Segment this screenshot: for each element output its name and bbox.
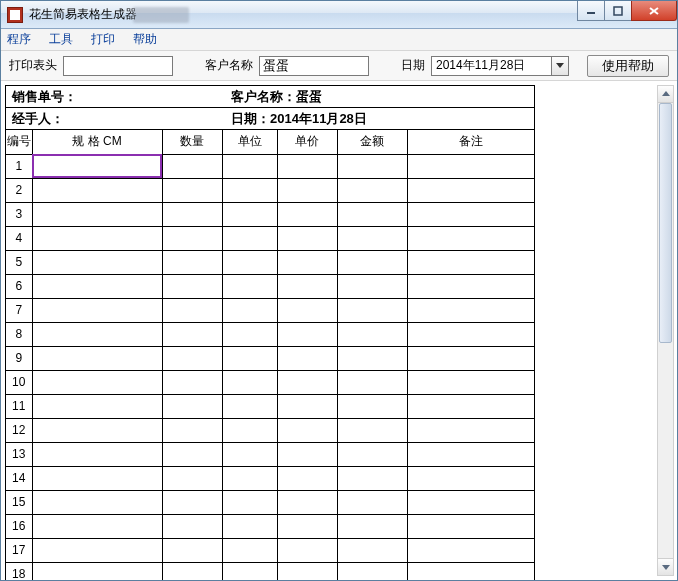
grid-cell[interactable]: [32, 274, 162, 298]
grid-cell[interactable]: [32, 154, 162, 178]
grid-cell[interactable]: [337, 154, 407, 178]
grid-cell[interactable]: [407, 346, 534, 370]
grid-cell[interactable]: [32, 322, 162, 346]
grid-cell[interactable]: [162, 442, 222, 466]
grid-cell[interactable]: 8: [6, 322, 32, 346]
scrollbar-thumb[interactable]: [659, 103, 672, 343]
grid-cell[interactable]: [162, 346, 222, 370]
grid-cell[interactable]: 9: [6, 346, 32, 370]
grid-cell[interactable]: [277, 298, 337, 322]
grid-cell[interactable]: [407, 274, 534, 298]
grid-cell[interactable]: [162, 274, 222, 298]
grid-cell[interactable]: [222, 538, 277, 562]
date-dropdown-button[interactable]: [551, 56, 569, 76]
grid-cell[interactable]: [162, 394, 222, 418]
grid-cell[interactable]: 17: [6, 538, 32, 562]
grid-cell[interactable]: [222, 394, 277, 418]
grid-cell[interactable]: [162, 322, 222, 346]
grid-cell[interactable]: [337, 226, 407, 250]
grid-cell[interactable]: [407, 538, 534, 562]
grid-cell[interactable]: [162, 154, 222, 178]
grid-cell[interactable]: [32, 178, 162, 202]
grid-cell[interactable]: [277, 250, 337, 274]
grid-cell[interactable]: [277, 178, 337, 202]
grid-cell[interactable]: 2: [6, 178, 32, 202]
grid-cell[interactable]: [337, 298, 407, 322]
grid-cell[interactable]: 16: [6, 514, 32, 538]
grid-cell[interactable]: [337, 562, 407, 580]
grid-cell[interactable]: 10: [6, 370, 32, 394]
grid-cell[interactable]: [407, 514, 534, 538]
grid-cell[interactable]: 14: [6, 466, 32, 490]
grid-cell[interactable]: [337, 178, 407, 202]
grid-cell[interactable]: [222, 226, 277, 250]
grid-cell[interactable]: [277, 418, 337, 442]
grid-cell[interactable]: [277, 490, 337, 514]
grid-cell[interactable]: [32, 418, 162, 442]
grid-cell[interactable]: [222, 466, 277, 490]
grid-cell[interactable]: [222, 490, 277, 514]
grid-cell[interactable]: [162, 514, 222, 538]
minimize-button[interactable]: [577, 1, 605, 21]
grid-cell[interactable]: [407, 298, 534, 322]
grid-cell[interactable]: [162, 370, 222, 394]
grid-cell[interactable]: [162, 418, 222, 442]
grid-cell[interactable]: [162, 226, 222, 250]
grid-cell[interactable]: [337, 514, 407, 538]
grid-cell[interactable]: [337, 490, 407, 514]
grid-cell[interactable]: [32, 250, 162, 274]
grid-cell[interactable]: [277, 466, 337, 490]
grid-cell[interactable]: [32, 202, 162, 226]
grid-cell[interactable]: [32, 490, 162, 514]
grid-cell[interactable]: [407, 226, 534, 250]
grid-cell[interactable]: [222, 298, 277, 322]
grid-cell[interactable]: 7: [6, 298, 32, 322]
grid-cell[interactable]: [407, 370, 534, 394]
grid-cell[interactable]: 6: [6, 274, 32, 298]
scrollbar-track[interactable]: [658, 103, 673, 558]
grid-cell[interactable]: [407, 490, 534, 514]
grid-cell[interactable]: [407, 562, 534, 580]
grid-cell[interactable]: 4: [6, 226, 32, 250]
grid-cell[interactable]: [407, 250, 534, 274]
date-picker[interactable]: 2014年11月28日: [431, 56, 569, 76]
grid-cell[interactable]: [407, 154, 534, 178]
grid-cell[interactable]: [162, 490, 222, 514]
grid-cell[interactable]: [277, 442, 337, 466]
grid-cell[interactable]: 15: [6, 490, 32, 514]
grid-cell[interactable]: [407, 418, 534, 442]
menu-tools[interactable]: 工具: [49, 31, 73, 48]
grid-cell[interactable]: [407, 322, 534, 346]
grid-cell[interactable]: [222, 154, 277, 178]
grid-cell[interactable]: [277, 154, 337, 178]
grid-cell[interactable]: [407, 178, 534, 202]
maximize-button[interactable]: [604, 1, 632, 21]
grid-cell[interactable]: [162, 202, 222, 226]
grid-cell[interactable]: [337, 274, 407, 298]
grid-cell[interactable]: [162, 466, 222, 490]
customer-input[interactable]: [259, 56, 369, 76]
grid-cell[interactable]: [32, 442, 162, 466]
grid-cell[interactable]: 18: [6, 562, 32, 580]
menu-program[interactable]: 程序: [7, 31, 31, 48]
grid-cell[interactable]: [32, 538, 162, 562]
grid-cell[interactable]: [277, 322, 337, 346]
grid-cell[interactable]: [337, 250, 407, 274]
grid-cell[interactable]: [32, 514, 162, 538]
grid-cell[interactable]: [222, 178, 277, 202]
grid-cell[interactable]: 5: [6, 250, 32, 274]
grid-cell[interactable]: [222, 370, 277, 394]
grid-cell[interactable]: [277, 562, 337, 580]
grid-cell[interactable]: [32, 466, 162, 490]
grid-cell[interactable]: [277, 370, 337, 394]
grid-cell[interactable]: 13: [6, 442, 32, 466]
help-button[interactable]: 使用帮助: [587, 55, 669, 77]
grid-cell[interactable]: [162, 298, 222, 322]
grid-cell[interactable]: [277, 274, 337, 298]
grid-cell[interactable]: [337, 322, 407, 346]
grid-cell[interactable]: [32, 346, 162, 370]
grid-cell[interactable]: [407, 202, 534, 226]
grid-cell[interactable]: [337, 442, 407, 466]
grid-cell[interactable]: [277, 394, 337, 418]
grid-cell[interactable]: [337, 466, 407, 490]
